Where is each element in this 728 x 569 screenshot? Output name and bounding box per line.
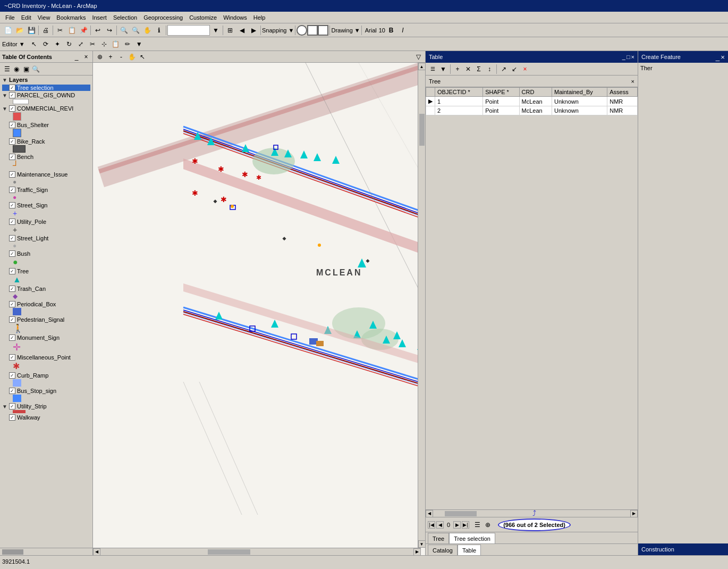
cut-btn[interactable]: ✂ bbox=[54, 24, 66, 36]
map-scroll-left[interactable]: ◀ bbox=[93, 548, 100, 556]
layer-walkway[interactable]: Walkway bbox=[0, 414, 92, 421]
layer-utility-pole-checkbox[interactable] bbox=[9, 219, 15, 225]
layer-bench[interactable]: Bench ┘ bbox=[0, 153, 92, 171]
col-shape[interactable]: SHAPE * bbox=[483, 88, 519, 97]
table-layer-close-btn[interactable]: × bbox=[631, 78, 634, 85]
nav-next-btn[interactable]: ▶ bbox=[453, 521, 461, 529]
previous-extent-btn[interactable]: ◀ bbox=[236, 24, 248, 36]
layer-trash-can-checkbox[interactable] bbox=[9, 286, 15, 292]
map-zoom-in-btn[interactable]: + bbox=[106, 52, 115, 62]
map-hscroll-track[interactable] bbox=[101, 549, 412, 555]
nav-first-btn[interactable]: |◀ bbox=[428, 521, 435, 529]
layer-maintenance-checkbox[interactable] bbox=[9, 171, 15, 178]
table-export-btn[interactable]: ↗ bbox=[499, 64, 509, 74]
new-btn[interactable]: 📄 bbox=[2, 24, 14, 36]
menu-customize[interactable]: Customize bbox=[186, 13, 220, 22]
layer-bus-shelter-checkbox[interactable] bbox=[9, 122, 15, 128]
table-row[interactable]: 2 Point McLean Unknown NMR bbox=[426, 106, 638, 115]
toc-minimize-btn[interactable]: _ bbox=[72, 53, 81, 61]
table-row[interactable]: ▶ 1 Point McLean Unknown NMR bbox=[426, 97, 638, 106]
full-extent-btn[interactable]: ⊞ bbox=[224, 24, 236, 36]
table-sort-btn[interactable]: ↕ bbox=[485, 64, 494, 74]
menu-selection[interactable]: Selection bbox=[110, 13, 140, 22]
menu-bookmarks[interactable]: Bookmarks bbox=[53, 13, 89, 22]
snapping-dropdown[interactable]: Snapping ▼ bbox=[262, 27, 294, 34]
nav-zoom-selected-btn[interactable]: ⊕ bbox=[483, 520, 493, 530]
copy-btn[interactable]: 📋 bbox=[66, 24, 78, 36]
table-close-btn[interactable]: × bbox=[631, 54, 634, 60]
layer-utility-strip-checkbox[interactable] bbox=[9, 403, 15, 409]
layer-walkway-checkbox[interactable] bbox=[9, 414, 15, 421]
create-feature-close-btn[interactable]: × bbox=[721, 53, 725, 61]
toc-close-btn[interactable]: × bbox=[82, 53, 90, 61]
layer-utility-pole[interactable]: Utility_Pole + bbox=[0, 218, 92, 235]
table-maximize-btn[interactable]: □ bbox=[627, 54, 630, 60]
layer-tree[interactable]: Tree ▲ bbox=[0, 267, 92, 285]
layer-bus-stop[interactable]: Bus_Stop_sign bbox=[0, 387, 92, 403]
layer-bush-checkbox[interactable] bbox=[9, 250, 15, 257]
table-close-layer-btn[interactable]: × bbox=[520, 64, 530, 74]
edit-more-btn[interactable]: ▼ bbox=[133, 38, 145, 50]
menu-help[interactable]: Help bbox=[250, 13, 269, 22]
zoom-in-btn[interactable]: 🔍 bbox=[118, 24, 130, 36]
menu-edit[interactable]: Edit bbox=[18, 13, 35, 22]
layer-maintenance[interactable]: Maintenance_Issue ● bbox=[0, 171, 92, 186]
map-zoom-out-btn[interactable]: - bbox=[116, 52, 126, 62]
edit-split-btn[interactable]: ✂ bbox=[87, 38, 98, 50]
layer-street-sign-checkbox[interactable] bbox=[9, 202, 15, 208]
layer-bike-rack[interactable]: Bike_Rack bbox=[0, 138, 92, 153]
next-extent-btn[interactable]: ▶ bbox=[248, 24, 259, 36]
map-close-btn[interactable]: ▽ bbox=[413, 52, 423, 62]
layer-tree-selection[interactable]: Tree selection bbox=[0, 84, 92, 91]
edit-scale-btn[interactable]: ⤢ bbox=[75, 38, 87, 50]
layer-pedestrian-signal-checkbox[interactable] bbox=[9, 316, 15, 323]
layer-bike-rack-checkbox[interactable] bbox=[9, 138, 15, 145]
table-select-btn[interactable]: ▼ bbox=[438, 64, 448, 74]
layer-parcel[interactable]: ▼ PARCEL_GIS_OWND bbox=[0, 91, 92, 105]
menu-insert[interactable]: Insert bbox=[89, 13, 110, 22]
table-add-field-btn[interactable]: + bbox=[453, 64, 462, 74]
menu-windows[interactable]: Windows bbox=[220, 13, 250, 22]
layer-tree-selection-checkbox[interactable] bbox=[9, 85, 15, 91]
layer-misc-point-checkbox[interactable] bbox=[9, 354, 15, 361]
scale-input[interactable]: 1:500 bbox=[167, 25, 210, 36]
edit-sketch-btn[interactable]: ✏ bbox=[122, 38, 133, 50]
layer-trash-can[interactable]: Trash_Can ◆ bbox=[0, 285, 92, 300]
save-btn[interactable]: 💾 bbox=[26, 24, 37, 36]
edit-trace-btn[interactable]: ⊹ bbox=[98, 38, 110, 50]
scale-go-btn[interactable]: ▼ bbox=[210, 24, 222, 36]
map-zoom-extent-btn[interactable]: ⊕ bbox=[95, 52, 105, 62]
layer-tree-checkbox[interactable] bbox=[9, 268, 15, 274]
layer-monument-sign[interactable]: Monument_Sign ✛ bbox=[0, 334, 92, 354]
layers-expand[interactable]: ▼ bbox=[2, 77, 7, 83]
bottom-tab-table[interactable]: Table bbox=[458, 545, 481, 555]
edit-select-btn[interactable]: ↖ bbox=[28, 38, 40, 50]
col-assess[interactable]: Assess bbox=[607, 88, 638, 97]
layer-curb-ramp-checkbox[interactable] bbox=[9, 372, 15, 379]
editor-dropdown[interactable]: Editor ▼ bbox=[2, 41, 25, 47]
layer-pedestrian-signal[interactable]: Pedestrian_Signal 🚶 bbox=[0, 316, 92, 334]
layer-misc-point[interactable]: Miscellaneous_Point ✱ bbox=[0, 354, 92, 372]
map-scroll-up[interactable]: ▲ bbox=[418, 63, 426, 70]
toc-hscroll-thumb[interactable] bbox=[2, 549, 23, 555]
layer-parcel-checkbox[interactable] bbox=[9, 92, 15, 98]
drawing-dropdown[interactable]: Drawing ▼ bbox=[331, 27, 360, 34]
table-hscroll[interactable]: ◀ ▶ bbox=[426, 509, 638, 517]
layer-traffic-sign-checkbox[interactable] bbox=[9, 187, 15, 193]
nav-show-selected-btn[interactable]: ☰ bbox=[472, 520, 482, 530]
layer-street-light-checkbox[interactable] bbox=[9, 235, 15, 241]
map-select-btn[interactable]: ↖ bbox=[138, 52, 147, 62]
edit-reshape-btn[interactable]: ⟳ bbox=[40, 38, 52, 50]
layer-bus-stop-checkbox[interactable] bbox=[9, 388, 15, 394]
map-vscroll-track[interactable] bbox=[419, 71, 425, 539]
toc-list-btn[interactable]: ☰ bbox=[2, 64, 12, 74]
pan-btn[interactable]: ✋ bbox=[141, 24, 153, 36]
layer-utility-strip[interactable]: ▼ Utility_Strip bbox=[0, 403, 92, 414]
col-maintained[interactable]: Maintained_By bbox=[552, 88, 607, 97]
layer-curb-ramp[interactable]: Curb_Ramp bbox=[0, 372, 92, 387]
toc-select-btn[interactable]: ▣ bbox=[21, 64, 31, 74]
map-scroll-right[interactable]: ▶ bbox=[413, 548, 421, 556]
layer-street-light[interactable]: Street_Light ● bbox=[0, 235, 92, 250]
layer-periodical-box-checkbox[interactable] bbox=[9, 301, 15, 307]
paste-btn[interactable]: 📌 bbox=[78, 24, 89, 36]
